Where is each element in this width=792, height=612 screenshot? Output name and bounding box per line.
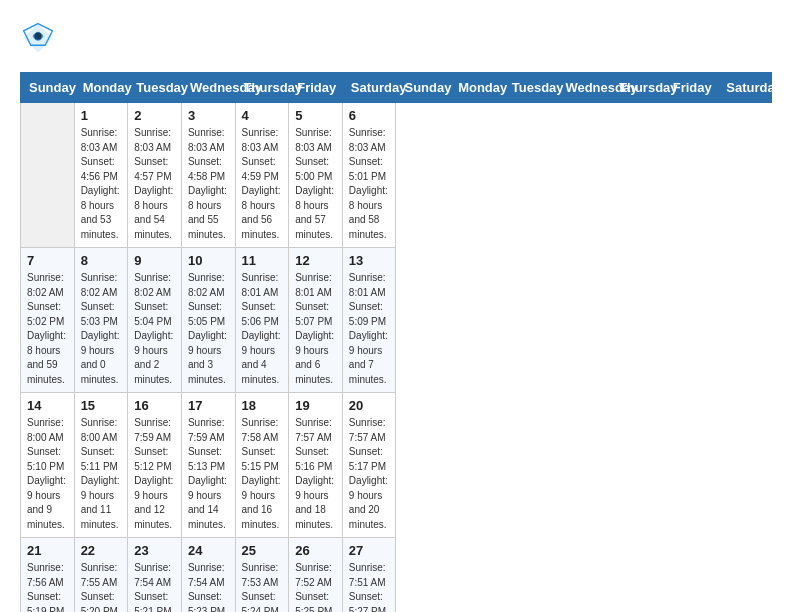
day-info: Sunrise: 8:02 AM Sunset: 5:04 PM Dayligh… [134,271,175,387]
calendar-cell: 12Sunrise: 8:01 AM Sunset: 5:07 PM Dayli… [289,248,343,393]
day-number: 21 [27,543,68,558]
col-header-wednesday: Wednesday [557,73,611,103]
calendar-header-row: SundayMondayTuesdayWednesdayThursdayFrid… [21,73,772,103]
calendar-cell: 19Sunrise: 7:57 AM Sunset: 5:16 PM Dayli… [289,393,343,538]
col-header-friday: Friday [664,73,718,103]
day-number: 20 [349,398,390,413]
day-info: Sunrise: 8:03 AM Sunset: 5:00 PM Dayligh… [295,126,336,242]
calendar-cell: 2Sunrise: 8:03 AM Sunset: 4:57 PM Daylig… [128,103,182,248]
calendar-cell: 14Sunrise: 8:00 AM Sunset: 5:10 PM Dayli… [21,393,75,538]
day-info: Sunrise: 7:56 AM Sunset: 5:19 PM Dayligh… [27,561,68,612]
calendar-cell: 26Sunrise: 7:52 AM Sunset: 5:25 PM Dayli… [289,538,343,613]
calendar-week-row: 14Sunrise: 8:00 AM Sunset: 5:10 PM Dayli… [21,393,772,538]
day-info: Sunrise: 8:03 AM Sunset: 5:01 PM Dayligh… [349,126,390,242]
calendar-cell: 6Sunrise: 8:03 AM Sunset: 5:01 PM Daylig… [342,103,396,248]
day-info: Sunrise: 7:59 AM Sunset: 5:12 PM Dayligh… [134,416,175,532]
logo-icon [20,20,56,56]
day-info: Sunrise: 7:58 AM Sunset: 5:15 PM Dayligh… [242,416,283,532]
day-number: 17 [188,398,229,413]
day-info: Sunrise: 8:02 AM Sunset: 5:03 PM Dayligh… [81,271,122,387]
day-number: 15 [81,398,122,413]
calendar-cell: 18Sunrise: 7:58 AM Sunset: 5:15 PM Dayli… [235,393,289,538]
day-number: 7 [27,253,68,268]
header-saturday: Saturday [342,73,396,103]
day-info: Sunrise: 8:01 AM Sunset: 5:06 PM Dayligh… [242,271,283,387]
calendar-cell: 9Sunrise: 8:02 AM Sunset: 5:04 PM Daylig… [128,248,182,393]
calendar-cell: 3Sunrise: 8:03 AM Sunset: 4:58 PM Daylig… [181,103,235,248]
header-wednesday: Wednesday [181,73,235,103]
day-number: 10 [188,253,229,268]
day-info: Sunrise: 7:54 AM Sunset: 5:21 PM Dayligh… [134,561,175,612]
calendar-cell: 11Sunrise: 8:01 AM Sunset: 5:06 PM Dayli… [235,248,289,393]
day-number: 1 [81,108,122,123]
calendar-cell: 13Sunrise: 8:01 AM Sunset: 5:09 PM Dayli… [342,248,396,393]
day-info: Sunrise: 8:03 AM Sunset: 4:56 PM Dayligh… [81,126,122,242]
calendar-cell: 24Sunrise: 7:54 AM Sunset: 5:23 PM Dayli… [181,538,235,613]
logo [20,20,60,56]
day-number: 12 [295,253,336,268]
day-info: Sunrise: 8:01 AM Sunset: 5:07 PM Dayligh… [295,271,336,387]
header-tuesday: Tuesday [128,73,182,103]
calendar-cell: 27Sunrise: 7:51 AM Sunset: 5:27 PM Dayli… [342,538,396,613]
calendar-cell: 8Sunrise: 8:02 AM Sunset: 5:03 PM Daylig… [74,248,128,393]
day-number: 4 [242,108,283,123]
day-info: Sunrise: 7:53 AM Sunset: 5:24 PM Dayligh… [242,561,283,612]
calendar-week-row: 21Sunrise: 7:56 AM Sunset: 5:19 PM Dayli… [21,538,772,613]
day-info: Sunrise: 7:57 AM Sunset: 5:16 PM Dayligh… [295,416,336,532]
day-info: Sunrise: 8:03 AM Sunset: 4:58 PM Dayligh… [188,126,229,242]
calendar-cell: 25Sunrise: 7:53 AM Sunset: 5:24 PM Dayli… [235,538,289,613]
day-number: 27 [349,543,390,558]
day-number: 8 [81,253,122,268]
header-sunday: Sunday [21,73,75,103]
day-info: Sunrise: 7:55 AM Sunset: 5:20 PM Dayligh… [81,561,122,612]
day-number: 24 [188,543,229,558]
col-header-sunday: Sunday [396,73,450,103]
day-number: 9 [134,253,175,268]
svg-point-2 [34,33,41,40]
calendar-cell: 5Sunrise: 8:03 AM Sunset: 5:00 PM Daylig… [289,103,343,248]
calendar-cell: 22Sunrise: 7:55 AM Sunset: 5:20 PM Dayli… [74,538,128,613]
header-monday: Monday [74,73,128,103]
page-header [20,20,772,56]
col-header-tuesday: Tuesday [503,73,557,103]
day-number: 18 [242,398,283,413]
calendar-week-row: 1Sunrise: 8:03 AM Sunset: 4:56 PM Daylig… [21,103,772,248]
day-info: Sunrise: 8:02 AM Sunset: 5:02 PM Dayligh… [27,271,68,387]
calendar-cell: 21Sunrise: 7:56 AM Sunset: 5:19 PM Dayli… [21,538,75,613]
calendar-table: SundayMondayTuesdayWednesdayThursdayFrid… [20,72,772,612]
col-header-thursday: Thursday [611,73,665,103]
calendar-cell: 7Sunrise: 8:02 AM Sunset: 5:02 PM Daylig… [21,248,75,393]
header-friday: Friday [289,73,343,103]
calendar-cell: 23Sunrise: 7:54 AM Sunset: 5:21 PM Dayli… [128,538,182,613]
day-number: 19 [295,398,336,413]
calendar-cell: 4Sunrise: 8:03 AM Sunset: 4:59 PM Daylig… [235,103,289,248]
day-info: Sunrise: 8:03 AM Sunset: 4:57 PM Dayligh… [134,126,175,242]
day-number: 5 [295,108,336,123]
day-info: Sunrise: 8:00 AM Sunset: 5:10 PM Dayligh… [27,416,68,532]
col-header-saturday: Saturday [718,73,772,103]
calendar-cell: 10Sunrise: 8:02 AM Sunset: 5:05 PM Dayli… [181,248,235,393]
day-number: 13 [349,253,390,268]
day-number: 25 [242,543,283,558]
day-info: Sunrise: 8:03 AM Sunset: 4:59 PM Dayligh… [242,126,283,242]
day-info: Sunrise: 7:51 AM Sunset: 5:27 PM Dayligh… [349,561,390,612]
calendar-cell: 1Sunrise: 8:03 AM Sunset: 4:56 PM Daylig… [74,103,128,248]
day-number: 23 [134,543,175,558]
day-info: Sunrise: 7:54 AM Sunset: 5:23 PM Dayligh… [188,561,229,612]
day-info: Sunrise: 7:59 AM Sunset: 5:13 PM Dayligh… [188,416,229,532]
day-number: 16 [134,398,175,413]
header-thursday: Thursday [235,73,289,103]
day-info: Sunrise: 7:52 AM Sunset: 5:25 PM Dayligh… [295,561,336,612]
calendar-cell: 20Sunrise: 7:57 AM Sunset: 5:17 PM Dayli… [342,393,396,538]
day-info: Sunrise: 7:57 AM Sunset: 5:17 PM Dayligh… [349,416,390,532]
day-number: 26 [295,543,336,558]
calendar-cell: 17Sunrise: 7:59 AM Sunset: 5:13 PM Dayli… [181,393,235,538]
day-number: 14 [27,398,68,413]
calendar-cell: 16Sunrise: 7:59 AM Sunset: 5:12 PM Dayli… [128,393,182,538]
day-number: 22 [81,543,122,558]
day-info: Sunrise: 8:01 AM Sunset: 5:09 PM Dayligh… [349,271,390,387]
calendar-week-row: 7Sunrise: 8:02 AM Sunset: 5:02 PM Daylig… [21,248,772,393]
day-info: Sunrise: 8:02 AM Sunset: 5:05 PM Dayligh… [188,271,229,387]
day-number: 3 [188,108,229,123]
col-header-monday: Monday [450,73,504,103]
